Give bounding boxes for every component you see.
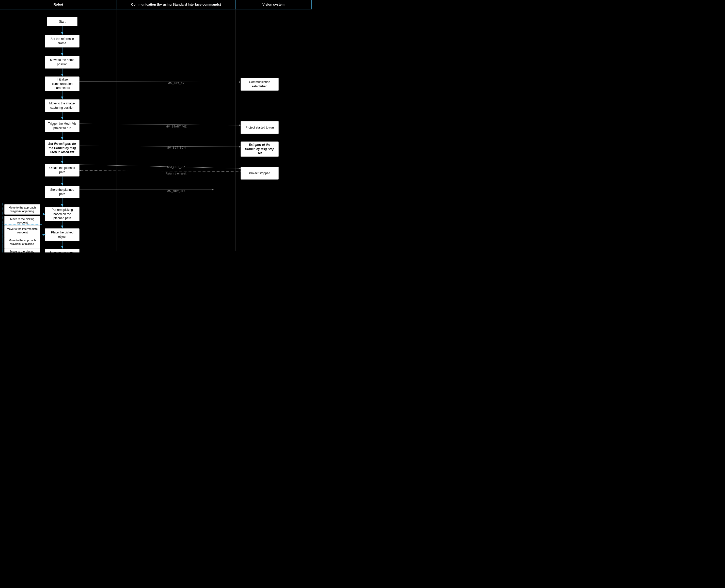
- place-item-3: Move to the placing waypoint: [4, 248, 40, 252]
- store-path-box: Store the planned path: [45, 186, 80, 198]
- col-robot-header: Robot: [0, 0, 117, 9]
- place-item-1: Move to the intermediate waypoint: [4, 226, 40, 236]
- trigger-box: Trigger the Mech-Viz project to run: [45, 120, 80, 132]
- comm-column: MM_INIT_SK MM_START_VIZ MM_SET_BCH MM_GE…: [117, 9, 235, 251]
- mm-start-label: MM_START_VIZ: [166, 125, 187, 128]
- init-comm-box: Initialize communication parameters: [45, 77, 80, 91]
- set-reference-frame-box: Set the reference frame: [45, 35, 80, 47]
- perform-picking-box: Perform picking based on the planned pat…: [45, 207, 80, 221]
- mm-get-jps-label: MM_GET_JPS: [167, 190, 185, 193]
- pick-item-1: Move to the approach waypoint of picking: [4, 204, 40, 215]
- move-home2-box: Move to the home position: [45, 249, 80, 252]
- obtain-path-box: Obtain the planned path: [45, 164, 80, 176]
- project-stopped-box: Project stopped: [241, 167, 279, 180]
- header: Robot Communication (by using Standard I…: [0, 0, 312, 9]
- mm-init-label: MM_INIT_SK: [168, 82, 184, 85]
- set-exit-port-box: Set the exit port for the Branch by Msg …: [45, 140, 80, 156]
- exit-port-set-box: Exit port of the Branch by Msg Step set: [241, 142, 279, 157]
- col-comm-header: Communication (by using Standard Interfa…: [117, 0, 235, 9]
- return-result-label: Return the result: [166, 172, 186, 175]
- mm-set-bch-label: MM_SET_BCH: [166, 146, 185, 149]
- diagram-container: Start Set the reference frame Move to th…: [0, 9, 312, 251]
- comm-established-box: Communication established: [241, 78, 279, 91]
- mm-get-viz-label: MM_GET_VIZ: [167, 166, 185, 169]
- vision-column: Communication established Project starte…: [235, 9, 312, 251]
- place-group-box: Move to the intermediate waypoint Move t…: [2, 224, 42, 252]
- robot-column: Start Set the reference frame Move to th…: [0, 9, 117, 251]
- place-object-box: Place the picked object: [45, 228, 80, 241]
- start-box: Start: [47, 17, 78, 26]
- comm-arrows-svg: [117, 9, 235, 252]
- move-home1-box: Move to the home position: [45, 56, 80, 68]
- img-capture-box: Move to the image-capturing position: [45, 99, 80, 112]
- place-item-2: Move to the approach waypoint of placing: [4, 237, 40, 247]
- project-started-box: Project started to run: [241, 121, 279, 134]
- col-vision-header: Vision system: [235, 0, 312, 9]
